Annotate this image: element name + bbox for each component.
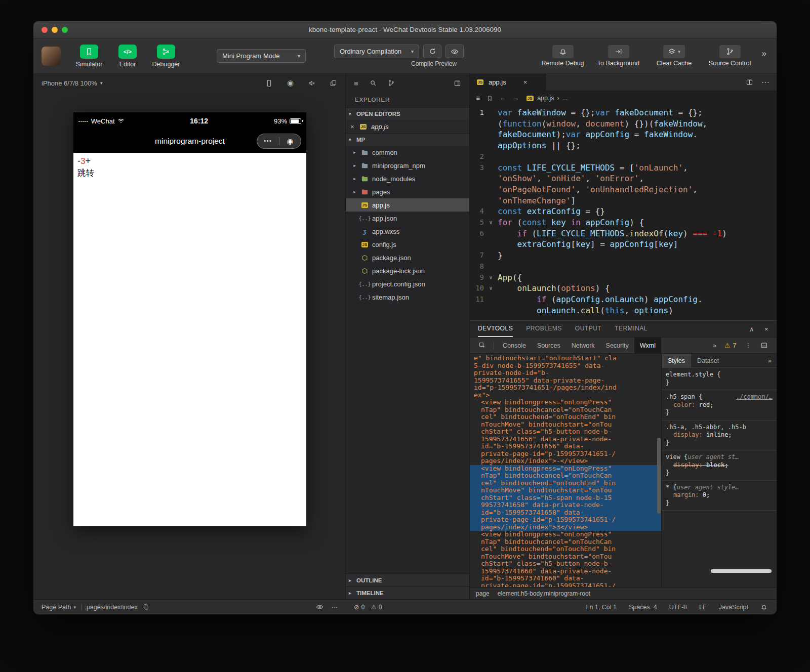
eye-icon[interactable] [316,603,323,611]
cursor-position[interactable]: Ln 1, Col 1 [586,604,617,611]
file-item-project-config-json[interactable]: {..}project.config.json [346,277,469,290]
crumb-item[interactable]: element.h5-body.miniprogram-root [498,590,590,597]
toolbar-more-button[interactable]: » [762,49,766,59]
clear-cache-button[interactable]: ▾ Clear Cache [646,45,702,67]
file-item-app-js[interactable]: JSapp.js [346,198,469,212]
kebab-menu-icon[interactable]: ⋮ [741,338,756,353]
program-mode-select[interactable]: Mini Program Mode ▾ [217,49,306,63]
file-item-app-wxss[interactable]: ʒapp.wxss [346,225,469,238]
mute-icon[interactable] [308,79,315,87]
preview-button[interactable] [446,45,464,58]
project-root-section[interactable]: ▾ MP [346,133,469,146]
rotate-device-icon[interactable] [265,79,273,87]
list-icon[interactable]: ≡ [354,79,358,88]
split-editor-icon[interactable] [746,78,753,86]
fold-chevron-icon[interactable]: ∨ [484,272,498,283]
css-property[interactable]: display: inline; [666,431,773,439]
console-drawer-icon[interactable] [756,338,773,353]
file-item-node-modules[interactable]: ▸node_modules [346,172,469,185]
subtab-network[interactable]: Network [566,338,600,353]
notifications-bell-icon[interactable] [760,604,767,611]
statusbar-problems[interactable]: ⊘ 0 ⚠ 0 [346,603,470,611]
timeline-section[interactable]: ▸ TIMELINE [346,586,469,599]
outline-section[interactable]: ▸ OUTLINE [346,574,469,586]
simulator-mode-button[interactable]: Simulator [70,45,108,68]
css-property[interactable]: display: block; [666,461,773,470]
file-item-package-lock-json[interactable]: package-lock.json [346,264,469,277]
more-menu-button[interactable]: ••• [257,134,279,148]
wxml-element[interactable]: <view bindlongpress="onLongPress"nTap" b… [470,465,661,531]
language-mode[interactable]: JavaScript [719,604,748,611]
increment-button[interactable]: + [85,156,91,166]
scrollbar-thumb[interactable] [657,438,661,514]
wxml-element[interactable]: e" bindtouchstart="onTouchStart" cla5-di… [470,355,661,399]
copy-icon[interactable] [143,604,149,610]
more-actions-icon[interactable]: ··· [761,78,770,87]
home-button[interactable]: ◉ [279,134,301,148]
debugger-mode-button[interactable]: Debugger [147,45,185,68]
file-item-package-json[interactable]: package.json [346,251,469,264]
tab-devtools[interactable]: DEVTOOLS [478,321,513,337]
close-window-button[interactable] [42,27,48,33]
wxml-element[interactable]: <view bindlongpress="onLongPress"nTap" b… [470,399,661,465]
search-icon[interactable] [370,79,377,87]
file-item-pages[interactable]: ▸pages [346,185,469,198]
more-tabs-icon[interactable]: » [709,338,720,353]
forward-icon[interactable]: → [513,95,519,102]
collapse-panel-icon[interactable] [454,79,461,87]
subtab-wxml[interactable]: Wxml [634,338,661,353]
fold-chevron-icon[interactable]: ∨ [484,283,498,294]
indent-setting[interactable]: Spaces: 4 [629,604,657,611]
crumb-item[interactable]: page [476,590,490,597]
subtab-security[interactable]: Security [600,338,634,353]
bookmark-icon[interactable] [487,95,493,102]
compile-button[interactable] [423,45,441,58]
css-property[interactable]: margin: 0; [666,491,773,499]
wxml-element[interactable]: <view bindlongpress="onLongPress"nTap" b… [470,531,661,587]
file-item-config-js[interactable]: JSconfig.js [346,238,469,251]
open-editors-section[interactable]: ▾ OPEN EDITORS [346,107,469,120]
git-branch-icon[interactable] [388,79,395,87]
subtab-console[interactable]: Console [497,338,532,353]
device-select[interactable]: iPhone 6/7/8 100% ▾ [42,79,102,87]
tab-styles[interactable]: Styles [662,354,691,367]
eol-setting[interactable]: LF [699,604,707,611]
tab-problems[interactable]: PROBLEMS [526,321,562,337]
close-icon[interactable]: × [523,78,528,86]
breadcrumb[interactable]: JS app.js › ... [525,95,568,102]
encoding[interactable]: UTF-8 [669,604,687,611]
minimize-window-button[interactable] [52,27,58,33]
close-icon[interactable]: × [350,123,355,131]
more-tabs-icon[interactable]: » [768,354,777,367]
subtab-sources[interactable]: Sources [532,338,566,353]
editor-mode-button[interactable]: </> Editor [108,45,147,68]
stylesheet-link[interactable]: ./common/… [736,393,773,401]
source-control-button[interactable]: Source Control [702,45,758,67]
file-item-miniprogram-npm[interactable]: ▸miniprogram_npm [346,159,469,172]
file-item-sitemap-json[interactable]: {..}sitemap.json [346,290,469,304]
more-icon[interactable]: ··· [332,604,338,611]
tab-terminal[interactable]: TERMINAL [615,321,647,337]
list-icon[interactable]: ≡ [476,94,480,102]
tab-app-js[interactable]: JS app.js × [470,74,546,91]
css-property[interactable]: color: red; [666,401,773,409]
remote-debug-button[interactable]: Remote Debug [535,45,591,67]
file-item-common[interactable]: ▸common [346,146,469,159]
page-path-select[interactable]: Page Path ▾ [42,604,76,611]
windows-icon[interactable] [330,79,337,87]
inspect-element-icon[interactable] [474,338,491,353]
warning-counter[interactable]: ⚠ 7 [720,338,741,353]
zoom-window-button[interactable] [62,27,68,33]
tab-output[interactable]: OUTPUT [575,321,601,337]
back-icon[interactable]: ← [500,95,506,102]
expand-panel-icon[interactable]: ∧ [749,325,754,333]
jump-link[interactable]: 跳转 [77,167,302,179]
open-editor-item[interactable]: × JS app.js [346,120,469,133]
close-panel-icon[interactable]: × [764,325,768,333]
avatar[interactable] [42,47,61,66]
scrollbar-thumb[interactable] [711,569,772,573]
record-icon[interactable]: ◉ [287,78,294,88]
fold-chevron-icon[interactable]: ∨ [484,217,498,228]
file-item-app-json[interactable]: {..}app.json [346,212,469,225]
tab-dataset[interactable]: Dataset [691,354,725,367]
